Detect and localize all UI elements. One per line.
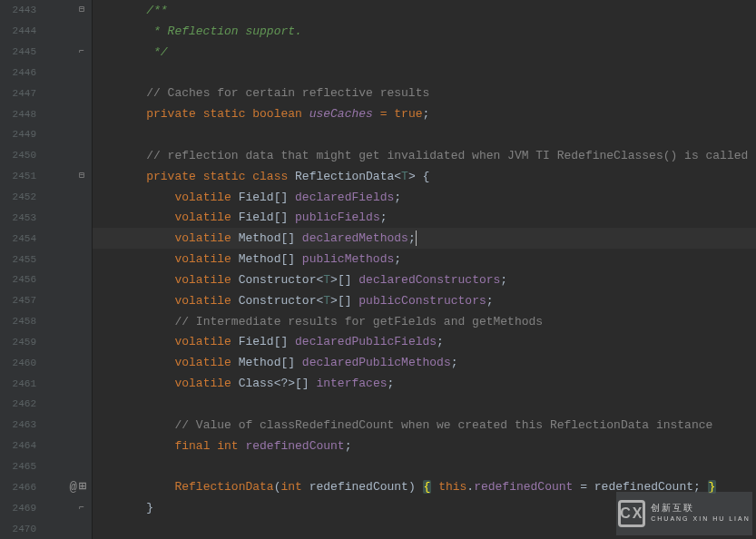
token: (	[274, 480, 281, 494]
token: {	[423, 480, 432, 494]
gutter-icons: @⊞	[40, 480, 92, 495]
token: publicConstructors	[358, 294, 486, 308]
code-line[interactable]: * Reflection support.	[93, 21, 756, 42]
token: volatile	[174, 356, 238, 369]
code-line[interactable]: volatile Method[] declaredPublicMethods;	[93, 352, 756, 373]
line-number: 2466	[0, 482, 40, 493]
gutter-row: 2445⌐	[0, 42, 92, 63]
code-line[interactable]: private static class ReflectionData<T> {	[93, 166, 756, 187]
text-caret	[416, 230, 417, 246]
gutter-row: 2450	[0, 145, 92, 166]
code-area[interactable]: /** * Reflection support. */ // Caches f…	[93, 0, 756, 539]
token: volatile	[174, 335, 238, 348]
code-line[interactable]: // reflection data that might get invali…	[93, 145, 756, 166]
token: ;	[345, 439, 352, 453]
token: volatile	[174, 252, 238, 266]
line-number: 2470	[0, 524, 40, 534]
token: int	[280, 480, 309, 494]
gutter-icons: ⊟	[40, 172, 92, 181]
line-number: 2456	[0, 274, 40, 285]
token: final int	[174, 439, 245, 453]
gutter-row: 2446	[0, 63, 92, 83]
line-number: 2454	[0, 233, 40, 244]
token: * Reflection support.	[118, 24, 302, 38]
token: ReflectionData	[174, 480, 273, 494]
code-line[interactable]: /**	[93, 0, 756, 21]
fold-open-icon[interactable]: ⊟	[79, 5, 88, 15]
fold-open-icon[interactable]: ⊟	[79, 172, 88, 181]
token: /**	[146, 4, 167, 17]
token: ;	[394, 191, 401, 204]
code-line[interactable]: volatile Field[] declaredFields;	[93, 187, 756, 208]
token	[118, 191, 174, 204]
token	[118, 273, 174, 287]
line-number: 2457	[0, 295, 40, 306]
token: Method[]	[239, 252, 302, 266]
token: volatile	[174, 294, 238, 308]
gutter-row: 2465	[0, 456, 92, 477]
line-number: 2458	[0, 316, 40, 327]
code-line[interactable]: volatile Class<?>[] interfaces;	[93, 373, 756, 394]
token	[118, 4, 146, 17]
token: T	[401, 170, 408, 183]
code-line[interactable]: // Value of classRedefinedCount when we …	[93, 415, 756, 436]
gutter: 2443⊟24442445⌐244624472448244924502451⊟2…	[0, 0, 93, 539]
token: Field[]	[239, 335, 295, 348]
gutter-row: 2454	[0, 228, 92, 249]
code-line[interactable]: // Caches for certain reflective results	[93, 83, 756, 103]
token: =	[373, 107, 394, 121]
token: declaredPublicMethods	[302, 356, 451, 369]
code-line[interactable]: volatile Method[] publicMethods;	[93, 249, 756, 270]
code-line[interactable]: private static boolean useCaches = true;	[93, 103, 756, 124]
line-number: 2447	[0, 88, 40, 99]
code-line[interactable]: volatile Method[] declaredMethods;	[93, 228, 756, 249]
gutter-row: 2444	[0, 21, 92, 42]
code-line[interactable]: volatile Field[] declaredPublicFields;	[93, 332, 756, 353]
token	[118, 335, 174, 348]
gutter-row: 2466@⊞	[0, 476, 92, 497]
line-number: 2453	[0, 212, 40, 223]
token: ;	[387, 377, 394, 390]
token: // reflection data that might get invali…	[146, 149, 748, 162]
token: */	[118, 45, 168, 59]
token: declaredPublicFields	[295, 335, 437, 348]
token: ;	[408, 231, 416, 245]
gutter-row: 2455	[0, 249, 92, 270]
expand-icon[interactable]: ⊞	[79, 483, 88, 492]
watermark-line2: CHUANG XIN HU LIAN	[651, 514, 751, 524]
line-number: 2459	[0, 337, 40, 348]
override-icon[interactable]: @	[70, 480, 77, 495]
code-line[interactable]: */	[93, 42, 756, 63]
token: interfaces	[316, 377, 387, 390]
code-line[interactable]: volatile Constructor<T>[] publicConstruc…	[93, 290, 756, 311]
token	[118, 418, 174, 432]
gutter-row: 2458	[0, 311, 92, 332]
token	[118, 211, 174, 224]
token: volatile	[174, 273, 238, 287]
line-number: 2450	[0, 150, 40, 161]
line-number: 2464	[0, 440, 40, 451]
line-number: 2451	[0, 171, 40, 181]
token: ;	[486, 294, 494, 308]
token: []	[338, 294, 358, 308]
code-line[interactable]	[93, 394, 756, 415]
line-number: 2463	[0, 419, 40, 430]
fold-close-icon[interactable]: ⌐	[79, 504, 88, 513]
token: redefinedCount)	[309, 480, 423, 494]
gutter-icons: ⊟	[40, 5, 92, 15]
line-number: 2452	[0, 191, 40, 202]
gutter-row: 2453	[0, 207, 92, 228]
line-number: 2448	[0, 109, 40, 120]
token: declaredFields	[295, 191, 394, 204]
code-line[interactable]: volatile Field[] publicFields;	[93, 207, 756, 228]
fold-close-icon[interactable]: ⌐	[79, 47, 88, 56]
token: T	[323, 294, 330, 308]
code-line[interactable]: // Intermediate results for getFields an…	[93, 311, 756, 332]
code-line[interactable]	[93, 124, 756, 145]
code-line[interactable]	[93, 456, 756, 477]
code-line[interactable]: final int redefinedCount;	[93, 436, 756, 456]
gutter-row: 2448	[0, 103, 92, 124]
code-line[interactable]	[93, 63, 756, 83]
token: []	[295, 377, 316, 390]
code-line[interactable]: volatile Constructor<T>[] declaredConstr…	[93, 270, 756, 290]
